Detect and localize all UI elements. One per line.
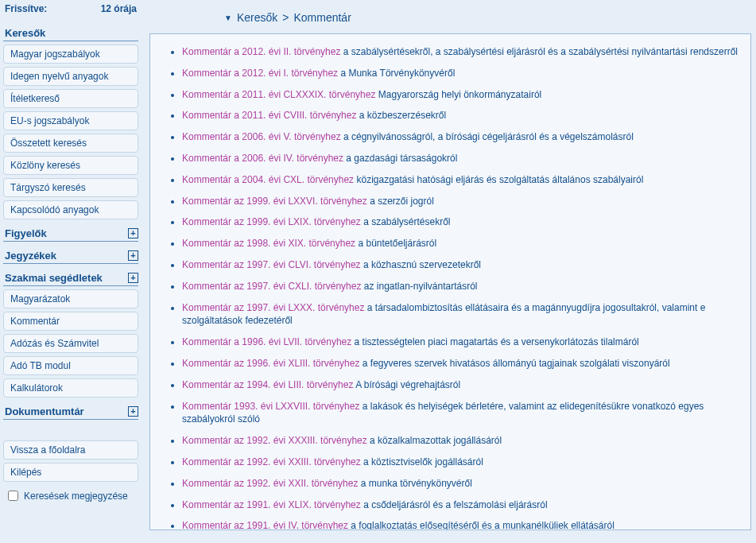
entry-desc: az ingatlan-nyilvántartásról: [361, 281, 477, 292]
list-item: Kommentár az 1997. évi CXLI. törvényhez …: [182, 280, 742, 293]
nav-item[interactable]: Közlöny keresés: [3, 156, 138, 175]
list-item: Kommentár az 1994. évi LIII. törvényhez …: [182, 378, 742, 392]
entry-link[interactable]: Kommentár a 2004. évi CXL. törvényhez: [182, 174, 354, 185]
section-title: Szakmai segédletek: [5, 272, 103, 284]
updated-info: Frissítve: 12 órája: [3, 2, 138, 19]
section-head: Szakmai segédletek+: [3, 269, 138, 286]
nav-item[interactable]: Összetett keresés: [3, 134, 138, 153]
breadcrumb-current: Kommentár: [293, 11, 351, 24]
entry-link[interactable]: Kommentár az 1991. évi IV. törvényhez: [182, 520, 348, 530]
entry-desc: a csődeljárásról és a felszámolási eljár…: [361, 499, 548, 510]
list-item: Kommentár az 1999. évi LXIX. törvényhez …: [182, 215, 742, 229]
entry-link[interactable]: Kommentár az 1999. évi LXIX. törvényhez: [182, 216, 361, 227]
list-item: Kommentár az 1996. évi XLIII. törvényhez…: [182, 357, 742, 370]
entry-link[interactable]: Kommentár a 2012. évi II. törvényhez: [182, 46, 340, 57]
entry-list: Kommentár a 2012. évi II. törvényhez a s…: [150, 45, 742, 530]
entry-link[interactable]: Kommentár az 1992. évi XXII. törvényhez: [182, 478, 358, 489]
entry-link[interactable]: Kommentár az 1999. évi LXXVI. törvényhez: [182, 196, 367, 207]
list-item: Kommentár a 2011. évi CVIII. törvényhez …: [182, 109, 742, 122]
entry-link[interactable]: Kommentár az 1994. évi LIII. törvényhez: [182, 379, 353, 390]
nav-item[interactable]: Adózás és Számvitel: [3, 334, 138, 353]
list-item: Kommentár az 1991. évi IV. törvényhez a …: [182, 519, 742, 530]
breadcrumb-sep: >: [282, 11, 289, 24]
nav-item[interactable]: EU-s jogszabályok: [3, 111, 138, 130]
entry-desc: a Munka Törvénykönyvéről: [338, 68, 455, 79]
entry-link[interactable]: Kommentár az 1991. évi XLIX. törvényhez: [182, 499, 361, 510]
tri-icon: ▼: [224, 14, 232, 22]
entry-desc: a fegyveres szervek hivatásos állományú …: [359, 358, 669, 369]
entry-desc: a munka törvénykönyvéről: [358, 478, 471, 489]
nav-item[interactable]: Adó TB modul: [3, 356, 138, 375]
section-head: Jegyzékek+: [3, 246, 138, 264]
list-item: Kommentár 1993. évi LXXVIII. törvényhez …: [182, 400, 742, 427]
content-box: Kommentár a 2012. évi II. törvényhez a s…: [149, 33, 751, 530]
entry-desc: a szabálysértésekről, a szabálysértési e…: [340, 46, 738, 57]
entry-desc: a közhasznú szervezetekről: [361, 259, 481, 270]
expand-icon[interactable]: +: [128, 250, 138, 261]
entry-desc: a közalkalmazottak jogállásáról: [367, 435, 502, 446]
list-item: Kommentár a 2011. évi CLXXXIX. törvényhe…: [182, 88, 742, 102]
breadcrumb-root[interactable]: Keresők: [237, 11, 277, 24]
entry-desc: a cégnyilvánosságról, a bírósági cégeljá…: [341, 131, 634, 142]
updated-label: Frissítve:: [5, 3, 47, 14]
nav-item[interactable]: Kommentár: [3, 312, 138, 331]
list-item: Kommentár az 1997. évi CLVI. törvényhez …: [182, 258, 742, 272]
entry-link[interactable]: Kommentár a 2006. évi IV. törvényhez: [182, 153, 343, 164]
entry-desc: a köztisztviselők jogállásáról: [361, 456, 483, 467]
expand-icon[interactable]: +: [128, 273, 138, 283]
remember-line: Keresések megjegyzése: [3, 485, 138, 506]
section-title: Dokumentumtár: [5, 405, 84, 417]
list-item: Kommentár a 2012. évi II. törvényhez a s…: [182, 45, 742, 59]
remember-checkbox[interactable]: [8, 491, 18, 501]
section-head: Dokumentumtár+: [3, 402, 138, 420]
list-item: Kommentár az 1997. évi LXXX. törvényhez …: [182, 301, 742, 328]
nav-item[interactable]: Tárgyszó keresés: [3, 178, 138, 197]
nav-item[interactable]: Idegen nyelvű anyagok: [3, 67, 138, 86]
expand-icon[interactable]: +: [128, 228, 138, 239]
entry-link[interactable]: Kommentár az 1997. évi CXLI. törvényhez: [182, 281, 361, 292]
nav-item[interactable]: Kilépés: [3, 463, 138, 482]
entry-link[interactable]: Kommentár az 1997. évi CLVI. törvényhez: [182, 259, 361, 270]
entry-desc: a szabálysértésekről: [361, 216, 451, 227]
list-item: Kommentár az 1992. évi XXII. törvényhez …: [182, 477, 742, 491]
list-item: Kommentár a 2006. évi V. törvényhez a cé…: [182, 130, 742, 144]
entry-link[interactable]: Kommentár az 1992. évi XXIII. törvényhez: [182, 456, 361, 467]
nav-item[interactable]: Ítéletkereső: [3, 89, 138, 108]
entry-desc: közigazgatási hatósági eljárás és szolgá…: [354, 174, 643, 185]
list-item: Kommentár az 1992. évi XXIII. törvényhez…: [182, 456, 742, 469]
entry-desc: a tisztességtelen piaci magatartás és a …: [351, 336, 639, 347]
entry-link[interactable]: Kommentár az 1998. évi XIX. törvényhez: [182, 238, 355, 249]
expand-icon[interactable]: +: [128, 406, 138, 417]
nav-item[interactable]: Vissza a főoldalra: [3, 440, 138, 460]
remember-label: Keresések megjegyzése: [24, 491, 128, 502]
list-item: Kommentár a 2012. évi I. törvényhez a Mu…: [182, 67, 742, 80]
nav-item[interactable]: Kalkulátorok: [3, 378, 138, 398]
entry-link[interactable]: Kommentár az 1996. évi XLIII. törvényhez: [182, 358, 359, 369]
list-item: Kommentár az 1991. évi XLIX. törvényhez …: [182, 498, 742, 512]
entry-desc: A bírósági végrehajtásról: [353, 379, 460, 390]
entry-desc: a foglalkoztatás elősegítéséről és a mun…: [348, 520, 614, 530]
breadcrumb: ▼ Keresők > Kommentár: [145, 0, 756, 33]
entry-link[interactable]: Kommentár 1993. évi LXXVIII. törvényhez: [182, 401, 359, 412]
nav-item[interactable]: Magyar jogszabályok: [3, 45, 138, 64]
entry-link[interactable]: Kommentár a 2011. évi CLXXXIX. törvényhe…: [182, 89, 375, 100]
section-title: Jegyzékek: [5, 250, 56, 262]
nav-item[interactable]: Kapcsolódó anyagok: [3, 200, 138, 219]
main: ▼ Keresők > Kommentár Kommentár a 2012. …: [142, 0, 756, 543]
entry-link[interactable]: Kommentár a 2011. évi CVIII. törvényhez: [182, 110, 356, 121]
section-head: Figyelők+: [3, 224, 138, 242]
nav-item[interactable]: Magyarázatok: [3, 289, 138, 308]
entry-desc: a szerzői jogról: [367, 196, 434, 207]
list-item: Kommentár az 1992. évi XXXIII. törvényhe…: [182, 434, 742, 448]
entry-link[interactable]: Kommentár az 1997. évi LXXX. törvényhez: [182, 302, 364, 313]
entry-link[interactable]: Kommentár a 2012. évi I. törvényhez: [182, 68, 338, 79]
list-item: Kommentár az 1999. évi LXXVI. törvényhez…: [182, 195, 742, 208]
sidebar: Frissítve: 12 órája KeresőkMagyar jogsza…: [0, 0, 142, 543]
entry-desc: a büntetőeljárásról: [355, 238, 436, 249]
entry-link[interactable]: Kommentár az 1992. évi XXXIII. törvényhe…: [182, 435, 367, 446]
entry-link[interactable]: Kommentár a 1996. évi LVII. törvényhez: [182, 336, 351, 347]
entry-desc: a közbeszerzésekről: [356, 110, 446, 121]
list-item: Kommentár a 2004. évi CXL. törvényhez kö…: [182, 173, 742, 187]
entry-link[interactable]: Kommentár a 2006. évi V. törvényhez: [182, 131, 341, 142]
section-title: Figyelők: [5, 227, 47, 239]
